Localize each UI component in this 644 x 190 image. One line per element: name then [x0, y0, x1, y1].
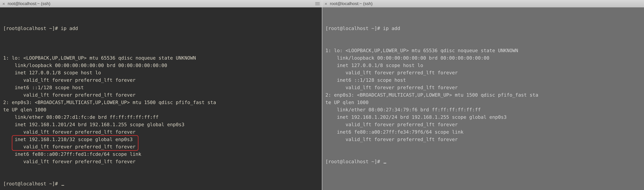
output-line: valid_lft forever preferred_lft forever — [326, 69, 641, 76]
shell-command: ip add — [61, 26, 78, 31]
cursor-icon — [62, 185, 64, 186]
output-line: inet6 ::1/128 scope host — [3, 84, 319, 91]
close-icon[interactable]: × — [324, 2, 328, 6]
output-line: te UP qlen 1000 — [3, 106, 319, 114]
prompt-line-trailing: [root@localhost ~]# — [326, 158, 641, 165]
output-line: inet 192.168.1.201/24 brd 192.168.1.255 … — [3, 121, 319, 128]
output-line: inet6 ::1/128 scope host — [326, 76, 641, 84]
terminal-pane-right: × root@localhost:~ (ssh) [root@localhost… — [322, 0, 644, 190]
prompt-line: [root@localhost ~]# ip add — [3, 25, 319, 32]
cursor-icon — [384, 163, 386, 163]
output-line: valid_lft forever preferred_lft forever — [3, 91, 319, 99]
output-line: valid_lft forever preferred_lft forever — [3, 143, 319, 150]
output-line: link/ether 08:00:27:d1:fc:de brd ff:ff:f… — [3, 114, 319, 121]
prompt-line: [root@localhost ~]# ip add — [326, 25, 641, 32]
output-line: link/loopback 00:00:00:00:00:00 brd 00:0… — [326, 54, 641, 62]
output-line: valid_lft forever preferred_lft forever — [3, 76, 319, 84]
output-line: inet 192.168.1.210/32 scope global enp0s… — [3, 136, 319, 143]
output-line: valid_lft forever preferred_lft forever — [3, 158, 319, 165]
terminal-pane-left: × root@localhost:~ (ssh) [root@localhost… — [0, 0, 322, 190]
output-line: 2: enp0s3: <BROADCAST,MULTICAST,UP,LOWER… — [3, 99, 319, 106]
output-line: link/ether 08:00:27:34:79:f6 brd ff:ff:f… — [326, 106, 641, 114]
shell-prompt: [root@localhost ~]# — [3, 26, 61, 31]
shell-prompt: [root@localhost ~]# — [326, 26, 383, 31]
output-line: inet 127.0.0.1/8 scope host lo — [3, 69, 319, 76]
output-line: inet 192.168.1.202/24 brd 192.168.1.255 … — [326, 114, 641, 121]
shell-prompt: [root@localhost ~]# — [3, 181, 61, 186]
close-icon[interactable]: × — [2, 2, 6, 6]
output-line: 1: lo: <LOOPBACK,UP,LOWER_UP> mtu 65536 … — [3, 54, 319, 62]
tab-title-left: root@localhost:~ (ssh) — [8, 1, 313, 6]
titlebar-left: × root@localhost:~ (ssh) — [0, 0, 322, 8]
output-line: inet6 fe80::a00:27ff:fed1:fcde/64 scope … — [3, 150, 319, 158]
terminal-output-right: 1: lo: <LOOPBACK,UP,LOWER_UP> mtu 65536 … — [326, 47, 641, 143]
terminal-viewport-right[interactable]: [root@localhost ~]# ip add 1: lo: <LOOPB… — [322, 8, 644, 190]
prompt-line-trailing: [root@localhost ~]# — [3, 180, 319, 188]
output-line: inet 127.0.0.1/8 scope host lo — [326, 62, 641, 69]
terminal-viewport-left[interactable]: [root@localhost ~]# ip add 1: lo: <LOOPB… — [0, 8, 322, 190]
hamburger-icon[interactable] — [315, 2, 320, 6]
output-line: valid_lft forever preferred_lft forever — [326, 121, 641, 128]
shell-prompt: [root@localhost ~]# — [326, 159, 383, 164]
tab-title-right: root@localhost:~ (ssh) — [330, 1, 642, 6]
output-line: te UP qlen 1000 — [326, 99, 641, 106]
output-line: inet6 fe80::a00:27ff:fe34:79f6/64 scope … — [326, 128, 641, 136]
output-line: valid_lft forever preferred_lft forever — [326, 84, 641, 91]
titlebar-right: × root@localhost:~ (ssh) — [322, 0, 644, 8]
terminal-output-left: 1: lo: <LOOPBACK,UP,LOWER_UP> mtu 65536 … — [3, 54, 319, 165]
output-line: 1: lo: <LOOPBACK,UP,LOWER_UP> mtu 65536 … — [326, 47, 641, 54]
shell-command: ip add — [383, 26, 400, 31]
output-line: valid_lft forever preferred_lft forever — [3, 128, 319, 136]
output-line: link/loopback 00:00:00:00:00:00 brd 00:0… — [3, 62, 319, 69]
output-line: valid_lft forever preferred_lft forever — [326, 136, 641, 143]
output-line: 2: enp0s3: <BROADCAST,MULTICAST,UP,LOWER… — [326, 91, 641, 99]
